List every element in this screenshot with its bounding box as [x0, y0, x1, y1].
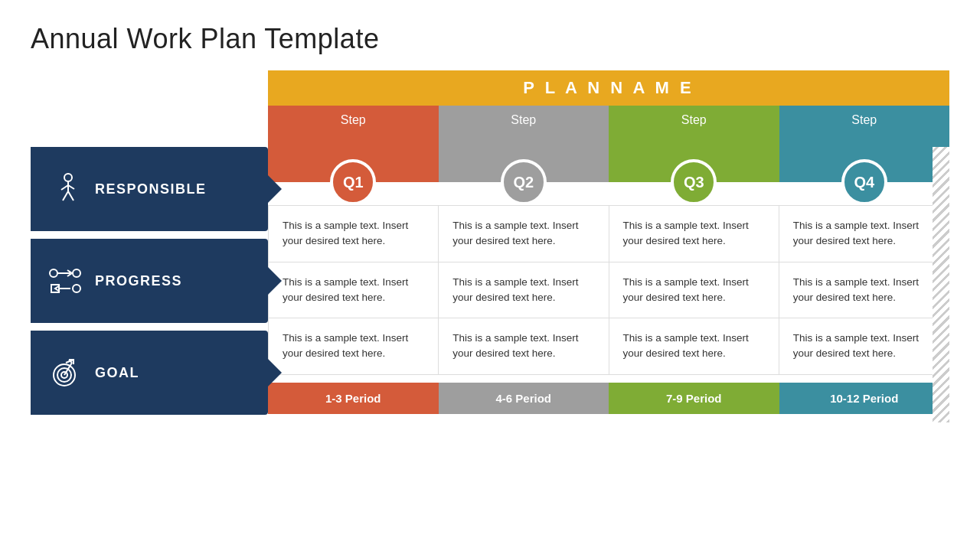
step-circle-q1: Q1	[330, 159, 376, 205]
goal-cell-q3: This is a sample text. Insert your desir…	[609, 318, 779, 374]
responsible-label: RESPONSIBLE	[31, 147, 268, 231]
period-footer: 1-3 Period 4-6 Period 7-9 Period 10-12 P…	[268, 383, 949, 414]
svg-point-7	[73, 269, 80, 277]
step-label-q3: Step	[681, 113, 707, 127]
row-labels: RESPONSIBLE PROGRESS	[31, 70, 268, 422]
step-circle-q3: Q3	[671, 159, 717, 205]
data-row-progress: This is a sample text. Insert your desir…	[268, 262, 949, 319]
main-content: RESPONSIBLE PROGRESS	[31, 70, 949, 422]
step-label-q2: Step	[511, 113, 536, 127]
progress-text: PROGRESS	[95, 273, 182, 289]
responsible-cell-q3: This is a sample text. Insert your desir…	[609, 206, 779, 262]
period-3: 7-9 Period	[609, 383, 779, 414]
plan-name-banner: P L A N N A M E	[268, 70, 949, 106]
svg-point-10	[73, 285, 80, 292]
page-container: Annual Work Plan Template RESPONSIBLE	[0, 0, 980, 551]
goal-cell-q1: This is a sample text. Insert your desir…	[268, 318, 439, 374]
progress-cell-q4: This is a sample text. Insert your desir…	[779, 262, 949, 318]
steps-header: Step Q1 Step Q2 Step Q3 Step Q4	[268, 106, 949, 182]
progress-cell-q1: This is a sample text. Insert your desir…	[268, 262, 439, 318]
data-row-goal: This is a sample text. Insert your desir…	[268, 318, 949, 375]
responsible-cell-q2: This is a sample text. Insert your desir…	[439, 206, 609, 262]
goal-cell-q2: This is a sample text. Insert your desir…	[439, 318, 609, 374]
responsible-cell-q1: This is a sample text. Insert your desir…	[268, 206, 439, 262]
period-2: 4-6 Period	[439, 383, 609, 414]
step-header-q3: Step Q3	[609, 106, 779, 182]
progress-cell-q2: This is a sample text. Insert your desir…	[439, 262, 609, 318]
period-4: 10-12 Period	[779, 383, 950, 414]
responsible-cell-q4: This is a sample text. Insert your desir…	[779, 206, 949, 262]
svg-line-5	[68, 191, 74, 201]
step-label-q4: Step	[851, 113, 877, 127]
data-row-responsible: This is a sample text. Insert your desir…	[268, 205, 949, 262]
step-header-q1: Step Q1	[268, 106, 439, 182]
step-circle-q4: Q4	[841, 159, 887, 205]
step-header-q4: Step Q4	[779, 106, 950, 182]
goal-cell-q4: This is a sample text. Insert your desir…	[779, 318, 949, 374]
step-header-q2: Step Q2	[439, 106, 609, 182]
table-area: P L A N N A M E Step Q1 Step Q2 Step Q3 …	[268, 70, 949, 422]
responsible-icon	[46, 170, 84, 208]
data-rows: This is a sample text. Insert your desir…	[268, 205, 949, 375]
period-1: 1-3 Period	[268, 383, 439, 414]
svg-line-3	[68, 185, 74, 189]
step-label-q1: Step	[341, 113, 366, 127]
step-circle-q2: Q2	[501, 159, 547, 205]
progress-label: PROGRESS	[31, 239, 268, 323]
page-title: Annual Work Plan Template	[31, 23, 949, 55]
svg-point-0	[64, 174, 72, 181]
stripe-decoration	[933, 147, 949, 422]
progress-cell-q3: This is a sample text. Insert your desir…	[609, 262, 779, 318]
goal-icon	[46, 354, 84, 392]
goal-label: GOAL	[31, 331, 268, 415]
goal-text: GOAL	[95, 365, 139, 381]
progress-icon	[46, 262, 84, 300]
svg-line-2	[61, 185, 68, 190]
svg-point-6	[50, 269, 57, 277]
responsible-text: RESPONSIBLE	[95, 181, 207, 197]
svg-line-4	[63, 191, 68, 201]
